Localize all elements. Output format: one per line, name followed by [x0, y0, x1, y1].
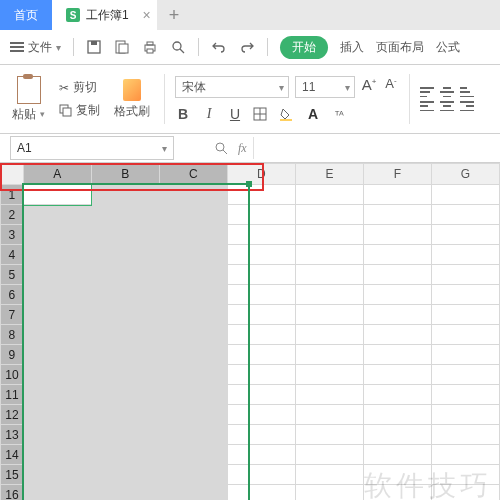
spreadsheet-grid[interactable]: ABCDEFG 1234567891011121314151617 软件技巧 — [0, 163, 500, 500]
cell-C7[interactable] — [159, 305, 227, 325]
formula-input[interactable] — [253, 137, 500, 159]
cell-B1[interactable] — [91, 185, 159, 205]
select-all-corner[interactable] — [1, 164, 24, 185]
cell-C14[interactable] — [159, 445, 227, 465]
print-preview-icon[interactable] — [114, 39, 130, 55]
cell-B9[interactable] — [91, 345, 159, 365]
cell-A10[interactable] — [23, 365, 91, 385]
col-header-B[interactable]: B — [91, 164, 159, 185]
cell-F15[interactable] — [363, 465, 431, 485]
cell-E5[interactable] — [295, 265, 363, 285]
cell-C9[interactable] — [159, 345, 227, 365]
cell-F13[interactable] — [363, 425, 431, 445]
row-header-7[interactable]: 7 — [1, 305, 24, 325]
cell-A15[interactable] — [23, 465, 91, 485]
cell-A2[interactable] — [23, 205, 91, 225]
col-header-E[interactable]: E — [295, 164, 363, 185]
redo-icon[interactable] — [239, 39, 255, 55]
cell-C13[interactable] — [159, 425, 227, 445]
cell-F11[interactable] — [363, 385, 431, 405]
row-header-16[interactable]: 16 — [1, 485, 24, 501]
cell-A1[interactable] — [23, 185, 91, 205]
align-left-button[interactable] — [420, 101, 434, 111]
cell-E3[interactable] — [295, 225, 363, 245]
cell-D5[interactable] — [227, 265, 295, 285]
phonetic-button[interactable]: ᵀᴬ — [331, 106, 347, 122]
cell-G8[interactable] — [431, 325, 499, 345]
row-header-1[interactable]: 1 — [1, 185, 24, 205]
tab-home[interactable]: 首页 — [0, 0, 52, 30]
bold-button[interactable]: B — [175, 106, 191, 122]
cell-B7[interactable] — [91, 305, 159, 325]
increase-font-button[interactable]: A+ — [361, 76, 377, 98]
menu-pagelayout[interactable]: 页面布局 — [376, 39, 424, 56]
menu-formula[interactable]: 公式 — [436, 39, 460, 56]
cell-F1[interactable] — [363, 185, 431, 205]
row-header-9[interactable]: 9 — [1, 345, 24, 365]
cell-C3[interactable] — [159, 225, 227, 245]
cell-E11[interactable] — [295, 385, 363, 405]
cell-B16[interactable] — [91, 485, 159, 501]
tab-add[interactable]: + — [157, 0, 192, 30]
cell-G10[interactable] — [431, 365, 499, 385]
col-header-F[interactable]: F — [363, 164, 431, 185]
row-header-15[interactable]: 15 — [1, 465, 24, 485]
col-header-G[interactable]: G — [431, 164, 499, 185]
format-painter-button[interactable]: 格式刷 — [110, 79, 154, 120]
cell-D4[interactable] — [227, 245, 295, 265]
cell-D13[interactable] — [227, 425, 295, 445]
cell-A12[interactable] — [23, 405, 91, 425]
cell-D14[interactable] — [227, 445, 295, 465]
close-icon[interactable]: × — [143, 7, 151, 23]
cell-B6[interactable] — [91, 285, 159, 305]
cell-B12[interactable] — [91, 405, 159, 425]
cell-F9[interactable] — [363, 345, 431, 365]
cell-C15[interactable] — [159, 465, 227, 485]
cell-F16[interactable] — [363, 485, 431, 501]
cell-G7[interactable] — [431, 305, 499, 325]
col-header-A[interactable]: A — [23, 164, 91, 185]
name-box[interactable]: A1 — [10, 136, 174, 160]
cell-C6[interactable] — [159, 285, 227, 305]
cell-D11[interactable] — [227, 385, 295, 405]
cell-E6[interactable] — [295, 285, 363, 305]
cell-A14[interactable] — [23, 445, 91, 465]
cell-C10[interactable] — [159, 365, 227, 385]
cell-D12[interactable] — [227, 405, 295, 425]
align-bottom-button[interactable] — [460, 87, 474, 97]
cell-E2[interactable] — [295, 205, 363, 225]
cell-A9[interactable] — [23, 345, 91, 365]
align-right-button[interactable] — [460, 101, 474, 111]
underline-button[interactable]: U — [227, 106, 243, 122]
cell-E16[interactable] — [295, 485, 363, 501]
cell-E9[interactable] — [295, 345, 363, 365]
cell-F12[interactable] — [363, 405, 431, 425]
cell-F10[interactable] — [363, 365, 431, 385]
cell-F4[interactable] — [363, 245, 431, 265]
cell-G4[interactable] — [431, 245, 499, 265]
cell-A11[interactable] — [23, 385, 91, 405]
cell-B8[interactable] — [91, 325, 159, 345]
cell-F3[interactable] — [363, 225, 431, 245]
row-header-6[interactable]: 6 — [1, 285, 24, 305]
fx-icon[interactable]: fx — [238, 141, 247, 156]
cell-G11[interactable] — [431, 385, 499, 405]
cell-F7[interactable] — [363, 305, 431, 325]
cell-D8[interactable] — [227, 325, 295, 345]
cell-D16[interactable] — [227, 485, 295, 501]
cell-E4[interactable] — [295, 245, 363, 265]
print-icon[interactable] — [142, 39, 158, 55]
cell-D3[interactable] — [227, 225, 295, 245]
row-header-2[interactable]: 2 — [1, 205, 24, 225]
cell-D6[interactable] — [227, 285, 295, 305]
cell-E13[interactable] — [295, 425, 363, 445]
cell-G9[interactable] — [431, 345, 499, 365]
row-header-14[interactable]: 14 — [1, 445, 24, 465]
cell-C8[interactable] — [159, 325, 227, 345]
cell-C2[interactable] — [159, 205, 227, 225]
cell-C16[interactable] — [159, 485, 227, 501]
cell-F2[interactable] — [363, 205, 431, 225]
undo-icon[interactable] — [211, 39, 227, 55]
cell-G6[interactable] — [431, 285, 499, 305]
cell-G5[interactable] — [431, 265, 499, 285]
